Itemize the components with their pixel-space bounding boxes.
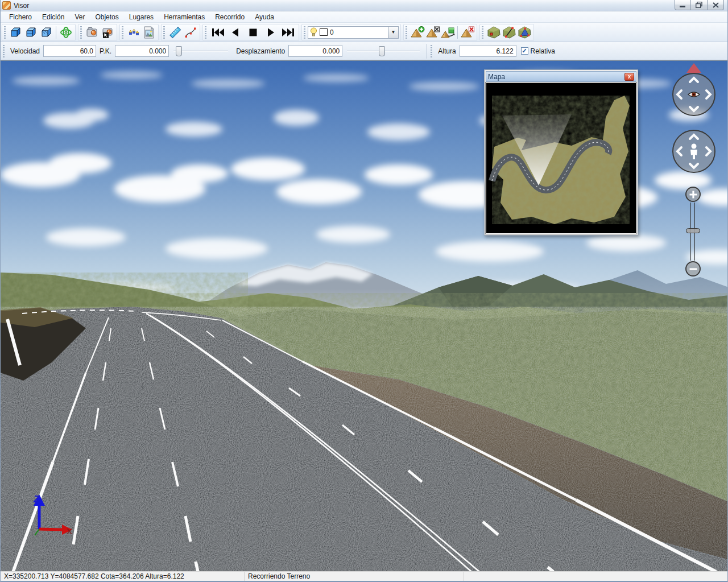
minimize-button[interactable] bbox=[675, 0, 691, 10]
stop-icon bbox=[247, 27, 259, 38]
toolbar-grip[interactable] bbox=[405, 26, 408, 39]
layer-color-swatch bbox=[320, 28, 328, 36]
skip-start-icon bbox=[210, 27, 225, 38]
terrain-object-button[interactable] bbox=[440, 24, 456, 40]
look-pad[interactable] bbox=[672, 73, 715, 116]
desplazamiento-slider-thumb[interactable] bbox=[379, 46, 385, 56]
toolbar-grip[interactable] bbox=[3, 26, 6, 39]
image-button[interactable] bbox=[141, 24, 156, 40]
menu-recorrido[interactable]: Recorrido bbox=[210, 12, 250, 22]
terrain-delete-icon bbox=[460, 26, 475, 39]
toolbar-grip[interactable] bbox=[2, 45, 5, 57]
snapshot-select-button[interactable] bbox=[100, 24, 115, 40]
menu-ayuda[interactable]: Ayuda bbox=[250, 12, 279, 22]
terrain-export-icon bbox=[425, 26, 440, 39]
status-coordinates: X=335200.713 Y=4084577.682 Cota=364.206 … bbox=[1, 572, 245, 581]
toolbar-grip[interactable] bbox=[430, 45, 433, 57]
skip-start-button[interactable] bbox=[209, 24, 226, 40]
toolbar-grip[interactable] bbox=[121, 26, 124, 39]
toolbar-group-terrain-edit bbox=[479, 24, 534, 41]
step-back-button[interactable] bbox=[226, 24, 244, 40]
menu-objetos[interactable]: Objetos bbox=[90, 12, 123, 22]
pk-slider[interactable] bbox=[173, 46, 228, 57]
eye-icon bbox=[688, 92, 700, 97]
menu-lugares[interactable]: Lugares bbox=[124, 12, 159, 22]
move-pad-icons bbox=[673, 131, 714, 172]
restore-icon bbox=[696, 2, 702, 8]
menu-edicion[interactable]: Edición bbox=[37, 12, 69, 22]
terrain-point-button[interactable] bbox=[486, 24, 501, 40]
toolbar-group-measure bbox=[161, 24, 200, 41]
terrain-area-button[interactable] bbox=[516, 24, 532, 40]
orbit-view-button[interactable] bbox=[58, 24, 73, 40]
terrain-area-icon bbox=[517, 26, 532, 39]
play-button[interactable] bbox=[262, 24, 279, 40]
orbit-axes-icon bbox=[59, 26, 73, 39]
toolbar-group-media bbox=[119, 24, 159, 41]
menu-ver[interactable]: Ver bbox=[69, 12, 90, 22]
terrain-add-button[interactable] bbox=[410, 24, 425, 40]
axis-z-label: Z bbox=[33, 494, 40, 505]
terrain-line-button[interactable] bbox=[501, 24, 516, 40]
desplazamiento-slider[interactable] bbox=[347, 46, 420, 57]
person-icon bbox=[690, 144, 697, 160]
toolbar-grip[interactable] bbox=[303, 26, 306, 39]
snapshot-select-camera-icon bbox=[101, 26, 114, 39]
wireframe-cube-button[interactable] bbox=[39, 24, 54, 40]
solid-cube-button[interactable] bbox=[8, 24, 23, 40]
pk-label: P.K. bbox=[100, 47, 111, 55]
checkmark-icon: ✓ bbox=[522, 47, 527, 55]
profile-path-icon bbox=[184, 26, 197, 39]
restore-button[interactable] bbox=[691, 0, 708, 10]
ruler-icon bbox=[168, 26, 182, 39]
map-title-bar[interactable]: Mapa x bbox=[486, 71, 636, 82]
map-close-button[interactable]: x bbox=[624, 73, 634, 81]
minus-icon bbox=[689, 265, 698, 274]
plus-icon bbox=[689, 190, 698, 199]
ruler-button[interactable] bbox=[167, 24, 183, 40]
zoom-out-button[interactable] bbox=[685, 261, 701, 276]
terrain-object-icon bbox=[441, 26, 456, 39]
map-window[interactable]: Mapa x bbox=[484, 69, 638, 236]
terrain-export-button[interactable] bbox=[425, 24, 440, 40]
places-button[interactable] bbox=[126, 24, 141, 40]
profile-path-button[interactable] bbox=[183, 24, 198, 40]
toolbar-grip[interactable] bbox=[204, 26, 207, 39]
velocidad-input[interactable] bbox=[43, 45, 96, 57]
terrain-point-icon bbox=[486, 26, 501, 39]
map-content[interactable] bbox=[486, 82, 636, 234]
close-button[interactable] bbox=[708, 0, 724, 10]
stop-button[interactable] bbox=[244, 24, 262, 40]
move-pad[interactable] bbox=[672, 130, 715, 173]
terrain-delete-button[interactable] bbox=[460, 24, 475, 40]
relativa-checkbox[interactable]: ✓ bbox=[521, 47, 528, 55]
toolbar-grip[interactable] bbox=[163, 26, 166, 39]
altura-input[interactable] bbox=[460, 45, 516, 57]
close-icon bbox=[713, 2, 719, 8]
toolbar-group-view bbox=[2, 24, 76, 41]
light-bulb-icon bbox=[310, 27, 317, 37]
zoom-in-button[interactable] bbox=[685, 187, 701, 202]
pk-input[interactable] bbox=[115, 45, 169, 57]
skip-end-button[interactable] bbox=[279, 24, 297, 40]
pk-slider-thumb[interactable] bbox=[176, 46, 182, 56]
layer-combo-dropdown-button[interactable]: ▼ bbox=[388, 27, 398, 38]
axis-x-label: X bbox=[67, 526, 72, 536]
shaded-cube-button[interactable] bbox=[23, 24, 39, 40]
shaded-cube-icon bbox=[24, 26, 38, 39]
zoom-slider-thumb[interactable] bbox=[686, 228, 700, 233]
wireframe-cube-icon bbox=[40, 26, 53, 39]
map-window-title: Mapa bbox=[488, 73, 624, 81]
toolbar-grip[interactable] bbox=[481, 26, 484, 39]
toolbar-grip[interactable] bbox=[80, 26, 82, 39]
parameter-bar: Velocidad P.K. Desplazamiento Altura ✓ R… bbox=[1, 42, 727, 60]
terrain-add-icon bbox=[410, 26, 425, 39]
menu-herramientas[interactable]: Herramientas bbox=[159, 12, 210, 22]
status-bar: X=335200.713 Y=4084577.682 Cota=364.206 … bbox=[1, 571, 727, 582]
toolbar-group-terrain bbox=[403, 24, 477, 41]
layer-combobox[interactable]: 0 ▼ bbox=[308, 26, 399, 39]
viewport-3d[interactable]: Z X Mapa x bbox=[1, 60, 727, 571]
menu-fichero[interactable]: Fichero bbox=[4, 12, 37, 22]
desplazamiento-input[interactable] bbox=[288, 45, 342, 57]
snapshot-button[interactable] bbox=[84, 24, 100, 40]
